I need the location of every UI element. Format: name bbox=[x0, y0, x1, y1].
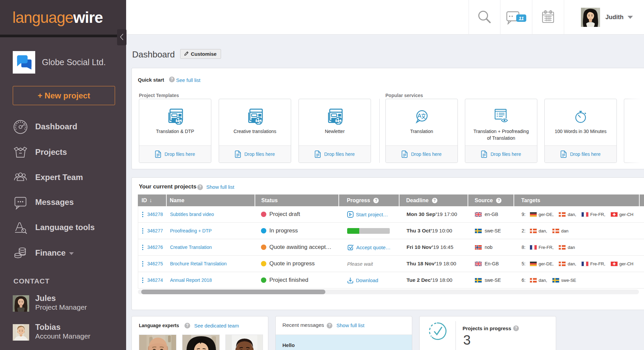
status-dot bbox=[261, 261, 266, 266]
help-icon[interactable]: ? bbox=[432, 198, 437, 203]
targets-count: 6: bbox=[522, 277, 526, 283]
row-menu-icon[interactable] bbox=[142, 261, 144, 267]
divider bbox=[455, 321, 456, 350]
see-full-list-link[interactable]: See full list bbox=[176, 77, 201, 83]
contact-tobias[interactable]: TobiasAccount Manager bbox=[13, 324, 120, 341]
start-project-link[interactable]: Start project… bbox=[347, 211, 388, 218]
sidebar-item-finance[interactable]: Finance bbox=[0, 245, 126, 261]
message-row[interactable]: Hello bbox=[276, 335, 412, 350]
show-full-list-link[interactable]: Show full list bbox=[206, 184, 234, 190]
table-body: 346278Subtitles brand videoProject draft… bbox=[138, 206, 138, 289]
source-cell: swe-SE bbox=[475, 223, 501, 239]
column-header-progress[interactable]: Progress? bbox=[339, 194, 399, 206]
column-header-id[interactable]: ID↓ bbox=[138, 194, 167, 206]
targets-cell: 8:Fre-FR,dan bbox=[522, 239, 578, 255]
drop-files-label: Drop files here bbox=[411, 151, 441, 157]
see-dedicated-team-link[interactable]: See dedicated team bbox=[194, 323, 239, 329]
flag-gb-icon bbox=[475, 212, 482, 217]
row-menu-icon[interactable] bbox=[142, 212, 144, 217]
current-projects-title: Your current projects bbox=[139, 183, 197, 190]
row-menu-icon[interactable] bbox=[142, 277, 144, 283]
help-icon[interactable]: ? bbox=[197, 184, 203, 190]
project-id-link[interactable]: 346276 bbox=[147, 245, 163, 250]
sidebar-item-language-tools[interactable]: Language tools bbox=[0, 220, 126, 235]
target-label: dan, bbox=[568, 261, 576, 266]
drop-files-zone[interactable]: Drop files here bbox=[386, 145, 458, 163]
source-cell: En-GB bbox=[475, 256, 499, 272]
drop-files-zone[interactable]: Drop files here bbox=[545, 145, 616, 163]
tpl-icon bbox=[139, 108, 211, 125]
target-label: ger-DE, bbox=[539, 261, 554, 266]
expert-photo-expert2[interactable] bbox=[182, 335, 220, 350]
flag-fr-icon bbox=[582, 212, 588, 217]
project-name-link[interactable]: Proofreading + DTP bbox=[170, 228, 212, 233]
calendar-button[interactable] bbox=[532, 0, 564, 35]
messages-badge: 11 bbox=[516, 14, 526, 22]
progress-cell: Accept quote… bbox=[347, 239, 391, 255]
help-icon[interactable]: ? bbox=[184, 323, 190, 329]
column-header-source[interactable]: Source? bbox=[468, 194, 514, 206]
quick-start-card-creative-translations[interactable]: Creative translationsDrop files here bbox=[219, 99, 291, 163]
expert-photo-expert3[interactable] bbox=[225, 335, 263, 350]
column-header-deadline[interactable]: Deadline? bbox=[399, 194, 468, 206]
target-label: Fre-FR, bbox=[590, 212, 605, 217]
target-label: ger-CH bbox=[620, 212, 634, 217]
expert-photo-expert1[interactable] bbox=[139, 335, 176, 350]
table-scrollbar-track[interactable] bbox=[138, 290, 639, 294]
show-full-list-link[interactable]: Show full list bbox=[336, 322, 364, 328]
column-header-name[interactable]: Name bbox=[167, 194, 255, 206]
project-id-link[interactable]: 346275 bbox=[147, 261, 163, 266]
drop-files-zone[interactable]: Drop files here bbox=[139, 145, 211, 163]
quick-start-card-newletter[interactable]: NewletterDrop files here bbox=[299, 99, 371, 163]
messages-button[interactable]: 11 bbox=[500, 0, 532, 35]
project-name-link[interactable]: Annual Report 2018 bbox=[170, 277, 212, 283]
help-icon[interactable]: ? bbox=[169, 77, 175, 82]
id-cell: 346275 bbox=[142, 256, 163, 272]
project-name-link[interactable]: Subtitles brand video bbox=[170, 212, 214, 217]
sidebar-item-projects[interactable]: Projects bbox=[0, 144, 126, 160]
help-icon[interactable]: ? bbox=[373, 198, 379, 203]
help-icon[interactable]: ? bbox=[513, 325, 519, 331]
sidebar-item-expert-team[interactable]: Expert Team bbox=[0, 170, 126, 185]
project-id-link[interactable]: 346277 bbox=[147, 228, 163, 233]
name-cell: Annual Report 2018 bbox=[170, 272, 212, 288]
sidebar-collapse-button[interactable] bbox=[117, 29, 126, 45]
row-menu-icon[interactable] bbox=[142, 228, 144, 234]
project-id-link[interactable]: 346274 bbox=[147, 277, 163, 283]
project-name-link[interactable]: Creative Translation bbox=[170, 245, 212, 250]
target-language: dan, bbox=[557, 261, 576, 266]
table-scrollbar-thumb[interactable] bbox=[141, 290, 325, 294]
quick-start-card-partial[interactable] bbox=[624, 99, 644, 163]
progress-cell: Download bbox=[347, 272, 378, 288]
card-title: 100 Words in 30 Minutes bbox=[551, 128, 610, 135]
help-icon[interactable]: ? bbox=[496, 198, 501, 203]
sidebar-item-messages[interactable]: Messages bbox=[0, 194, 126, 210]
deadline-time: 19 17:00 bbox=[437, 211, 457, 217]
quick-start-card-translation-dtp[interactable]: Translation & DTPDrop files here bbox=[139, 99, 211, 163]
column-header-status[interactable]: Status bbox=[255, 194, 339, 206]
quick-start-card-translation[interactable]: TranslationDrop files here bbox=[385, 99, 458, 163]
column-header-extra[interactable] bbox=[640, 194, 644, 206]
download-link[interactable]: Download bbox=[347, 277, 378, 283]
accept-quote-link[interactable]: Accept quote… bbox=[347, 244, 391, 251]
project-id-link[interactable]: 346278 bbox=[147, 212, 163, 217]
row-menu-icon[interactable] bbox=[142, 245, 144, 250]
drop-files-zone[interactable]: Drop files here bbox=[219, 145, 291, 163]
status-dot bbox=[261, 245, 266, 250]
source-label: En-GB bbox=[485, 261, 499, 266]
drop-files-zone[interactable]: Drop files here bbox=[299, 145, 371, 163]
customise-button[interactable]: Customise bbox=[180, 49, 221, 59]
flag-fr-icon bbox=[582, 262, 588, 266]
quick-start-card-100-words-in-30-minutes[interactable]: 100 Words in 30 MinutesDrop files here bbox=[544, 99, 617, 163]
status-label: Quote in progress bbox=[269, 260, 315, 267]
project-name-link[interactable]: Brochure Retail Translation bbox=[170, 261, 227, 266]
help-icon[interactable]: ? bbox=[327, 323, 332, 329]
user-menu[interactable]: Judith bbox=[564, 0, 644, 35]
column-header-targets[interactable]: Targets bbox=[514, 194, 640, 206]
projects-in-progress-value: 3 bbox=[463, 333, 471, 348]
contact-jules[interactable]: JulesProject Manager bbox=[13, 295, 120, 312]
sidebar-item-dashboard[interactable]: Dashboard bbox=[0, 119, 126, 134]
drop-files-zone[interactable]: Drop files here bbox=[465, 145, 537, 163]
search-button[interactable] bbox=[469, 0, 500, 35]
quick-start-card-translation-proofreading-of-tr[interactable]: Translation + Proofreading of Translatio… bbox=[465, 99, 537, 163]
